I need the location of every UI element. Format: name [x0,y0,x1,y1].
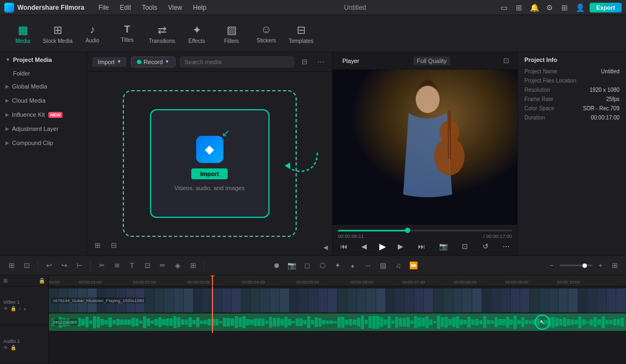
tl-effects2-icon[interactable]: ✦ [331,260,343,272]
menu-view[interactable]: View [162,0,187,15]
skip-back-icon[interactable]: ⏮ [338,242,349,250]
media-collapse-btn[interactable]: ◀ [323,243,328,251]
record-button[interactable]: Record ▼ [131,57,175,67]
toolbar-titles[interactable]: T Titles [111,18,143,49]
toolbar-stickers[interactable]: ☺ Stickers [250,18,283,49]
audio-eye-icon[interactable]: 👁 [3,345,8,350]
add-folder-icon[interactable]: ⊞ [91,239,103,251]
progress-bar[interactable] [338,230,512,231]
sidebar-global-media[interactable]: ▶ Global Media [0,79,86,93]
step-forward-icon[interactable]: ▶ [396,242,405,250]
menu-help[interactable]: Help [187,0,212,15]
step-back-icon[interactable]: ◀ [359,242,369,250]
drop-zone-outer[interactable]: ↙ Import Videos, audio, and images [123,90,297,237]
ruler-mark-8: 00:00:08:00 [454,280,477,285]
text-tool-icon[interactable]: T [126,260,138,272]
import-button[interactable]: Import ▼ [92,57,127,67]
tl-speed-icon[interactable]: ⏩ [408,260,420,272]
video-frame [395,288,405,312]
zoom-out-icon[interactable]: − [546,260,558,272]
audio-bar [85,317,89,328]
toolbar-media[interactable]: ▦ Media [7,18,39,49]
grid-view-icon[interactable]: ⊟ [108,239,120,251]
menu-edit[interactable]: Edit [114,0,136,15]
tl-color-icon[interactable]: ⬥ [347,260,359,272]
layout-icon[interactable]: ⊞ [609,260,621,272]
sidebar-compound-clip[interactable]: ▶ Compound Clip [0,136,86,150]
draw-icon[interactable]: ✏ [156,260,168,272]
more-options-icon[interactable]: ⋯ [315,56,327,68]
audio-bar [273,318,276,326]
sidebar-influence-kit[interactable]: ▶ Influence Kit NEW [0,108,86,122]
toolbar-stock-media[interactable]: ⊞ Stock Media [41,18,74,49]
import-inner-button[interactable]: Import [191,168,227,179]
tl-record-icon[interactable]: ⏺ [271,260,283,272]
export-button[interactable]: Export [590,3,622,12]
audio-bar [593,317,597,327]
pip-icon[interactable]: ⊡ [460,242,470,250]
keyframe-icon[interactable]: ◈ [172,260,184,272]
toolbar-effects[interactable]: ✦ Effects [180,18,213,49]
snapshot-icon[interactable]: 📷 [437,242,450,250]
video-lock2-icon[interactable]: 🔒 [10,306,16,311]
loop-icon[interactable]: ↺ [480,242,491,250]
auto-snap-icon[interactable]: ⊡ [21,260,33,272]
cut-icon[interactable]: ✂ [96,260,108,272]
menu-tools[interactable]: Tools [136,0,162,15]
settings-icon[interactable]: ⚙ [544,2,555,13]
drop-zone-inner[interactable]: ↙ Import Videos, audio, and images [150,109,270,218]
audio-bar [258,318,261,326]
video-color2-icon[interactable]: ⬥ [23,306,26,311]
undo-icon[interactable]: ↩ [43,260,55,272]
toolbar-audio[interactable]: ♪ Audio [76,18,109,49]
add-track-icon[interactable]: ⊞ [5,260,17,272]
sidebar-project-media[interactable]: ▼ Project Media [0,52,86,67]
tl-capture-icon[interactable]: 📷 [286,260,298,272]
skip-forward-icon[interactable]: ⏭ [416,242,427,250]
audio-bar [277,318,280,327]
menu-file[interactable]: File [93,0,114,15]
add-icon[interactable]: ⊞ [3,278,8,284]
zoom-handle [583,263,587,268]
player-tab[interactable]: Player [338,58,364,64]
audio-bar [380,317,383,327]
audio-bar [242,316,246,329]
quality-select[interactable]: Full Quality [414,57,450,65]
tl-mask-icon[interactable]: ⬡ [316,260,328,272]
tl-stabilize-icon[interactable]: ▨ [377,260,389,272]
zoom-in-icon[interactable]: + [594,260,606,272]
guitar-player-image [333,70,517,225]
playhead[interactable] [212,275,213,286]
redo-icon[interactable]: ↪ [58,260,70,272]
ruler-mark-5: 00:00:05:00 [296,280,319,285]
toolbar-templates[interactable]: ⊟ Templates [285,18,317,49]
resolution-label: Resolution [524,87,550,93]
lock-icon[interactable]: 🔒 [39,278,45,284]
filter-icon[interactable]: ⊟ [298,56,310,68]
media-icon: ▦ [18,23,28,36]
crop-icon[interactable]: ⊡ [141,260,153,272]
more-preview-icon[interactable]: ⋯ [500,242,512,250]
tl-audio2-icon[interactable]: ♫ [392,260,404,272]
toolbar-transitions[interactable]: ⇄ Transitions [146,18,178,49]
progress-handle[interactable] [405,228,410,233]
tl-clip-icon[interactable]: ◻ [301,260,313,272]
sidebar-folder[interactable]: Folder [0,67,86,79]
zoom-slider[interactable] [560,265,592,266]
audio-lock3-icon[interactable]: 🔒 [10,345,16,350]
video-eye-icon[interactable]: 👁 [3,306,8,311]
sidebar-adjustment-layer[interactable]: ▶ Adjustment Layer [0,122,86,136]
search-input[interactable] [180,57,295,67]
audio-track[interactable]: 2412238267 ↖ [49,313,626,331]
audio-waveform-icon[interactable]: ≋ [111,260,123,272]
play-button[interactable]: ▶ [379,241,386,252]
toolbar-filters[interactable]: ▨ Filters [215,18,248,49]
tl-motion-icon[interactable]: ↔ [362,260,374,272]
fullscreen-icon[interactable]: ⊡ [500,55,512,67]
video-mute-icon[interactable]: ♪ [18,306,21,311]
transform-icon[interactable]: ⊞ [187,260,199,272]
chevron-down-icon2: ▼ [165,59,170,64]
video-track[interactable]: 1679144_Guitar_Musician_Playing_1920x108… [49,288,626,312]
sidebar-cloud-media[interactable]: ▶ Cloud Media [0,93,86,108]
split-icon[interactable]: ⊢ [73,260,85,272]
